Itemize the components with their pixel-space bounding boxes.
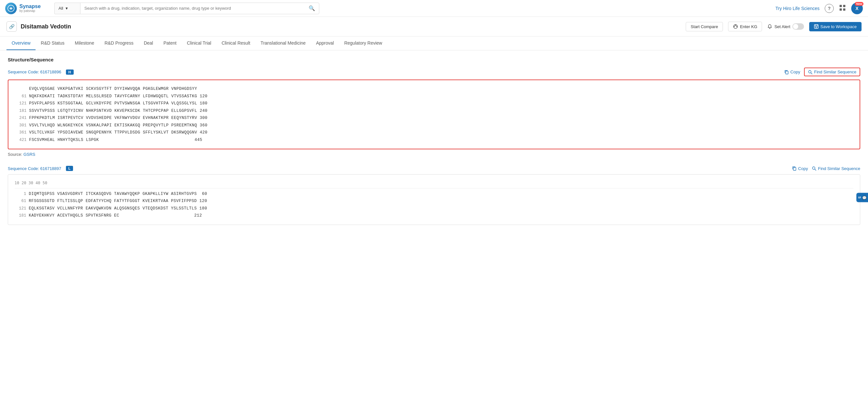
drug-actions: Start Compare Enter KG Set Alert bbox=[686, 22, 862, 31]
tab-translational-medicine[interactable]: Translational Medicine bbox=[255, 36, 311, 50]
find-similar-icon bbox=[808, 70, 812, 74]
tab-regulatory-review[interactable]: Regulatory Review bbox=[339, 36, 388, 50]
new-badge-indicator: New bbox=[855, 2, 864, 6]
sequence-block-1: Sequence Code: 616718896 H Copy Find Sim… bbox=[8, 67, 860, 157]
sequence-2-display: 10 20 30 40 50 1 DIQMTQSPSS VSASVGDRVT I… bbox=[8, 174, 860, 225]
find-similar-icon-2 bbox=[812, 166, 816, 171]
tab-clinical-result[interactable]: Clinical Result bbox=[217, 36, 256, 50]
logo-subtitle: by patsnap bbox=[20, 9, 41, 12]
svg-rect-12 bbox=[815, 27, 817, 28]
sequence-1-find-similar-button[interactable]: Find Similar Sequence bbox=[804, 67, 860, 76]
svg-point-16 bbox=[812, 167, 815, 170]
sequence-2-badge: L bbox=[66, 166, 73, 171]
seq-row-121: 121 PSVFPLAPSS KSTSGGTAAL GCLVKDYFPE PVT… bbox=[15, 100, 853, 107]
tab-rd-status[interactable]: R&D Status bbox=[35, 36, 69, 50]
try-hiro-button[interactable]: Try Hiro Life Sciences bbox=[776, 6, 819, 11]
seq-row-241: 241 FPPKPKDTLM ISRTPEVTCV VVDVSHEDPE VKF… bbox=[15, 115, 853, 122]
seq-row-361: 361 VSLTCLVKGF YPSDIAVEWE SNGQPENNYK TTP… bbox=[15, 129, 853, 136]
logo[interactable]: Synapse by patsnap bbox=[5, 3, 51, 14]
tab-clinical-trial[interactable]: Clinical Trial bbox=[182, 36, 216, 50]
drug-icon: 🔗 bbox=[6, 21, 17, 32]
seq2-row-61: 61 RFSGSGSGTD FTLTISSLQP EDFATYYCHQ FATY… bbox=[14, 198, 854, 205]
search-input[interactable] bbox=[84, 6, 306, 11]
sequence-1-source: Source: GSRS bbox=[8, 152, 860, 157]
logo-title: Synapse bbox=[20, 4, 41, 9]
sequence-1-header: Sequence Code: 616718896 H Copy Find Sim… bbox=[8, 67, 860, 76]
tab-rd-progress[interactable]: R&D Progress bbox=[99, 36, 138, 50]
search-icon[interactable]: 🔍 bbox=[309, 5, 315, 11]
sequence-2-ruler: 10 20 30 40 50 bbox=[14, 180, 854, 188]
tab-approval[interactable]: Approval bbox=[311, 36, 339, 50]
seq2-row-1: 1 DIQMTQSPSS VSASVGDRVT ITCKASQDVG TAVAW… bbox=[14, 190, 854, 198]
drug-name: Disitamab Vedotin bbox=[21, 23, 71, 30]
svg-rect-4 bbox=[843, 8, 845, 11]
svg-line-9 bbox=[734, 25, 736, 27]
svg-rect-3 bbox=[840, 8, 842, 11]
seq-row-181: 181 SSVVTVPSSS LGTQTYICNV NHKPSNTKVD KKV… bbox=[15, 107, 853, 115]
sequence-1-actions: Copy Find Similar Sequence bbox=[784, 67, 860, 76]
help-button[interactable]: ? bbox=[825, 4, 834, 13]
sequence-1-copy-button[interactable]: Copy bbox=[784, 69, 800, 74]
alert-icon bbox=[767, 24, 772, 29]
svg-rect-13 bbox=[785, 71, 788, 74]
sequence-2-copy-button[interactable]: Copy bbox=[792, 166, 808, 171]
sequence-2-actions: Copy Find Similar Sequence bbox=[792, 166, 860, 171]
seq2-row-121: 121 EQLKSGTASV VCLLNNFYPR EAKVQWKVDN ALQ… bbox=[14, 205, 854, 212]
sequence-2-code[interactable]: Sequence Code: 616718897 bbox=[8, 166, 61, 171]
chat-widget-icon: 💬 bbox=[863, 195, 867, 200]
tab-deal[interactable]: Deal bbox=[138, 36, 158, 50]
search-filter-dropdown[interactable]: All ▾ bbox=[54, 3, 80, 14]
sequence-1-display: EVQLVQSGAE VKKPGATVKI SCKVSGYTFT DYYIHWV… bbox=[8, 80, 860, 149]
set-alert-label: Set Alert bbox=[774, 24, 790, 29]
sequence-1-badge: H bbox=[66, 69, 74, 75]
tab-milestone[interactable]: Milestone bbox=[70, 36, 99, 50]
sequence-1-code[interactable]: Sequence Code: 616718896 bbox=[8, 69, 61, 74]
svg-rect-2 bbox=[843, 5, 845, 7]
seq2-row-181: 181 KADYEKHKVY ACEVTHQGLS SPVTKSFNRG EC … bbox=[14, 212, 854, 219]
chat-widget[interactable]: 💬 S bbox=[856, 193, 868, 202]
sequence-2-header: Sequence Code: 616718897 L Copy Find Sim… bbox=[8, 166, 860, 171]
copy-icon-2 bbox=[792, 166, 797, 171]
search-area: All ▾ 🔍 bbox=[54, 3, 319, 14]
search-input-wrap: 🔍 bbox=[80, 3, 319, 14]
tab-overview[interactable]: Overview bbox=[6, 36, 35, 50]
seq-row-301: 301 VSVLTVLHQD WLNGKEYKCK VSNKALPAPI EKT… bbox=[15, 122, 853, 129]
section-title: Structure/Sequence bbox=[8, 57, 860, 62]
user-avatar[interactable]: X New bbox=[851, 3, 863, 14]
seq-row-61: 61 NQKFKDKATI TADKSTDTAY MELSSLRSED TAVY… bbox=[15, 93, 853, 100]
seq-row-0: EVQLVQSGAE VKKPGATVKI SCKVSGYTFT DYYIHWV… bbox=[15, 85, 853, 93]
nav-right: Try Hiro Life Sciences ? X New bbox=[776, 3, 863, 14]
sequence-block-2: Sequence Code: 616718897 L Copy Find Sim… bbox=[8, 166, 860, 225]
svg-line-10 bbox=[736, 25, 737, 27]
seq-row-421: 421 FSCSVMHEAL HNHYTQKSLS LSPGK 445 bbox=[15, 136, 853, 144]
svg-point-14 bbox=[809, 70, 811, 73]
svg-rect-1 bbox=[840, 5, 842, 7]
toggle-knob bbox=[793, 24, 798, 29]
top-navigation: Synapse by patsnap All ▾ 🔍 Try Hiro Life… bbox=[0, 0, 868, 17]
set-alert-toggle-wrap: Set Alert bbox=[767, 23, 804, 30]
start-compare-button[interactable]: Start Compare bbox=[686, 22, 723, 31]
logo-icon bbox=[5, 3, 17, 14]
save-to-workspace-button[interactable]: Save to Workspace bbox=[809, 22, 862, 31]
drug-header: 🔗 Disitamab Vedotin Start Compare Enter … bbox=[0, 17, 868, 36]
set-alert-toggle[interactable] bbox=[793, 23, 804, 30]
chevron-down-icon: ▾ bbox=[66, 6, 68, 11]
kg-icon bbox=[733, 24, 738, 29]
save-icon bbox=[814, 24, 818, 29]
apps-button[interactable] bbox=[839, 4, 846, 12]
sequence-2-find-similar-button[interactable]: Find Similar Sequence bbox=[812, 166, 860, 171]
enter-kg-button[interactable]: Enter KG bbox=[728, 22, 762, 31]
sequence-1-source-link[interactable]: GSRS bbox=[23, 152, 35, 157]
search-filter-value: All bbox=[59, 6, 63, 11]
tab-bar: Overview R&D Status Milestone R&D Progre… bbox=[0, 36, 868, 51]
svg-rect-15 bbox=[793, 168, 796, 170]
copy-icon bbox=[784, 70, 789, 74]
main-content: Structure/Sequence Sequence Code: 616718… bbox=[0, 51, 868, 241]
tab-patent[interactable]: Patent bbox=[158, 36, 182, 50]
